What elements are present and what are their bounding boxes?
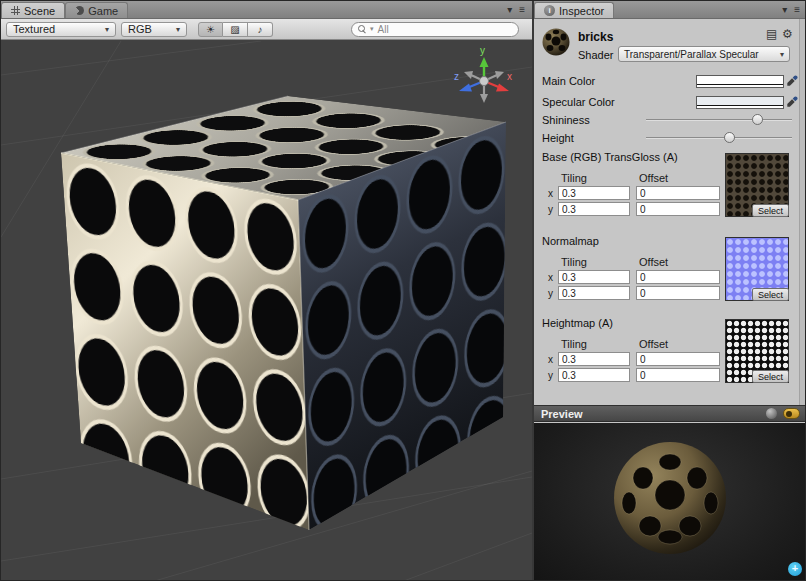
eyedropper-icon[interactable] (786, 75, 798, 87)
inspector-dropdown-icon[interactable]: ▾ (782, 4, 787, 15)
material-preview-icon (541, 27, 571, 57)
eyedropper-icon[interactable] (786, 96, 798, 108)
tiling-header: Tiling (561, 256, 587, 268)
draw-mode-value: Textured (13, 23, 55, 35)
normal-tiling-x-input[interactable] (558, 270, 630, 284)
inspector-tabstrip: Inspector ▾ ≡ (534, 1, 806, 19)
color-mode-value: RGB (128, 23, 152, 35)
shininess-label: Shininess (542, 114, 590, 126)
base-offset-y-input[interactable] (636, 202, 720, 216)
scene-3d-render: y x z (1, 41, 532, 581)
height-slider-thumb[interactable] (724, 132, 735, 143)
unity-editor-window: Scene Game ▾ ≡ Textured ▾ RGB ▾ ☀ (0, 0, 806, 581)
gizmo-y-label[interactable]: y (480, 45, 485, 56)
chevron-down-icon: ▾ (780, 50, 784, 59)
normal-tiling-y-input[interactable] (558, 286, 630, 300)
shader-value: Transparent/Parallax Specular (624, 49, 759, 60)
shader-label: Shader (578, 49, 613, 61)
preview-header[interactable]: Preview (534, 405, 806, 422)
base-texture-thumbnail[interactable]: Select (725, 153, 789, 217)
texture-section-normalmap: Normalmap Tiling Offset x y Select (534, 235, 806, 305)
specular-color-label: Specular Color (542, 96, 615, 108)
tab-scene[interactable]: Scene (1, 2, 65, 18)
base-offset-x-input[interactable] (636, 186, 720, 200)
select-heightmap-button[interactable]: Select (752, 370, 789, 383)
main-color-label: Main Color (542, 75, 595, 87)
scene-view-toggles: ☀ ▨ ♪ (198, 22, 273, 37)
y-axis-label: y (548, 204, 553, 215)
scene-tabstrip: Scene Game ▾ ≡ (1, 1, 532, 19)
inspector-panel: Inspector ▾ ≡ bricks ▤ ⚙ Shader (534, 1, 806, 581)
cube-object[interactable] (61, 96, 525, 547)
orientation-gizmo[interactable]: y x z (454, 45, 512, 103)
inspector-scrollbar[interactable] (799, 19, 806, 405)
scene-panel-menu-icon[interactable]: ≡ (519, 4, 525, 15)
inspector-tab-label: Inspector (559, 5, 604, 17)
height-offset-y-input[interactable] (636, 368, 720, 382)
material-preview-sphere (605, 433, 735, 563)
scene-viewport[interactable]: y x z (1, 41, 532, 581)
sun-icon: ☀ (206, 24, 215, 35)
tab-game[interactable]: Game (65, 2, 128, 18)
main-color-swatch[interactable] (696, 75, 784, 88)
inspector-menu-icon[interactable]: ≡ (794, 4, 800, 15)
offset-header: Offset (639, 256, 668, 268)
height-slider[interactable] (646, 131, 792, 145)
scene-search-field[interactable]: ▾ All (351, 22, 519, 37)
height-tiling-y-input[interactable] (558, 368, 630, 382)
normal-offset-y-input[interactable] (636, 286, 720, 300)
height-offset-x-input[interactable] (636, 352, 720, 366)
texture-section-heightmap: Heightmap (A) Tiling Offset x y Select (534, 317, 806, 387)
scene-panel-dropdown-icon[interactable]: ▾ (507, 4, 512, 15)
skybox-fx-toggle[interactable]: ▨ (223, 22, 248, 37)
lighting-toggle[interactable]: ☀ (198, 22, 223, 37)
x-axis-label: x (548, 354, 553, 365)
select-normalmap-button[interactable]: Select (752, 288, 789, 301)
base-tiling-x-input[interactable] (558, 186, 630, 200)
shininess-slider-thumb[interactable] (752, 114, 763, 125)
base-tiling-y-input[interactable] (558, 202, 630, 216)
doc-icon[interactable]: ▤ (766, 28, 777, 40)
offset-header: Offset (639, 172, 668, 184)
texture-section-label: Base (RGB) TransGloss (A) (542, 151, 678, 163)
gear-icon[interactable]: ⚙ (782, 28, 793, 40)
heightmap-texture-thumbnail[interactable]: Select (725, 319, 789, 383)
y-axis-label: y (548, 288, 553, 299)
texture-section-label: Normalmap (542, 235, 599, 247)
image-icon: ▨ (230, 24, 239, 35)
inspector-tab-icon (544, 5, 555, 16)
normalmap-texture-thumbnail[interactable]: Select (725, 237, 789, 301)
preview-sphere-icon[interactable] (766, 408, 777, 419)
offset-header: Offset (639, 338, 668, 350)
preview-light-toggle-icon[interactable] (783, 408, 800, 419)
draw-mode-dropdown[interactable]: Textured ▾ (6, 22, 116, 37)
specular-color-swatch[interactable] (696, 96, 784, 109)
chevron-down-icon: ▾ (105, 25, 109, 34)
chevron-down-icon: ▾ (176, 25, 180, 34)
search-filter-label: All (378, 24, 389, 35)
search-filter-arrow-icon: ▾ (370, 25, 374, 33)
scene-toolbar: Textured ▾ RGB ▾ ☀ ▨ ♪ ▾ (1, 19, 532, 40)
normal-offset-x-input[interactable] (636, 270, 720, 284)
color-mode-dropdown[interactable]: RGB ▾ (121, 22, 187, 37)
gizmo-z-label[interactable]: z (454, 71, 459, 82)
x-axis-label: x (548, 272, 553, 283)
material-name: bricks (578, 30, 613, 44)
preview-add-button[interactable]: + (788, 562, 802, 576)
scene-tab-icon (11, 6, 20, 15)
tab-inspector[interactable]: Inspector (534, 2, 614, 18)
select-base-texture-button[interactable]: Select (752, 204, 789, 217)
plus-icon: + (792, 562, 798, 574)
preview-canvas[interactable]: + (534, 423, 806, 581)
shininess-slider[interactable] (646, 113, 792, 127)
x-axis-label: x (548, 188, 553, 199)
tiling-header: Tiling (561, 172, 587, 184)
height-tiling-x-input[interactable] (558, 352, 630, 366)
audio-toggle[interactable]: ♪ (248, 22, 273, 37)
search-icon (358, 25, 366, 33)
scene-panel: Scene Game ▾ ≡ Textured ▾ RGB ▾ ☀ (1, 1, 532, 581)
shader-dropdown[interactable]: Transparent/Parallax Specular ▾ (618, 46, 790, 62)
game-tab-label: Game (88, 5, 118, 17)
gizmo-x-label[interactable]: x (507, 71, 512, 82)
preview-title: Preview (541, 408, 583, 420)
